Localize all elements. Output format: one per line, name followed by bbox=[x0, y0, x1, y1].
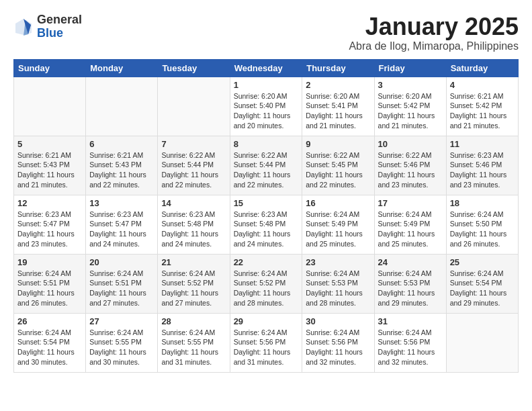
day-number: 8 bbox=[234, 139, 299, 149]
day-number: 13 bbox=[89, 198, 154, 208]
calendar-title: January 2025 bbox=[349, 13, 519, 40]
calendar-cell: 30Sunrise: 6:24 AM Sunset: 5:56 PM Dayli… bbox=[302, 313, 374, 372]
calendar-day-header: Wednesday bbox=[230, 59, 302, 77]
calendar-cell bbox=[446, 313, 518, 372]
calendar-cell: 10Sunrise: 6:22 AM Sunset: 5:46 PM Dayli… bbox=[374, 136, 446, 195]
day-number: 22 bbox=[234, 257, 299, 267]
day-number: 30 bbox=[306, 316, 370, 326]
calendar-cell: 9Sunrise: 6:22 AM Sunset: 5:45 PM Daylig… bbox=[302, 136, 374, 195]
calendar-cell: 8Sunrise: 6:22 AM Sunset: 5:44 PM Daylig… bbox=[230, 136, 302, 195]
header: General Blue January 2025 Abra de Ilog, … bbox=[13, 13, 519, 52]
day-info: Sunrise: 6:24 AM Sunset: 5:50 PM Dayligh… bbox=[450, 210, 515, 249]
day-number: 2 bbox=[306, 80, 370, 90]
calendar-cell: 25Sunrise: 6:24 AM Sunset: 5:54 PM Dayli… bbox=[446, 254, 518, 313]
calendar-day-header: Tuesday bbox=[158, 59, 230, 77]
calendar-cell: 23Sunrise: 6:24 AM Sunset: 5:53 PM Dayli… bbox=[302, 254, 374, 313]
day-info: Sunrise: 6:24 AM Sunset: 5:56 PM Dayligh… bbox=[378, 328, 443, 367]
calendar-cell: 28Sunrise: 6:24 AM Sunset: 5:55 PM Dayli… bbox=[158, 313, 230, 372]
calendar-cell: 2Sunrise: 6:20 AM Sunset: 5:41 PM Daylig… bbox=[302, 77, 374, 136]
calendar-cell: 20Sunrise: 6:24 AM Sunset: 5:51 PM Dayli… bbox=[86, 254, 158, 313]
day-number: 26 bbox=[17, 316, 82, 326]
day-info: Sunrise: 6:21 AM Sunset: 5:43 PM Dayligh… bbox=[89, 150, 154, 190]
day-number: 24 bbox=[378, 257, 443, 267]
day-info: Sunrise: 6:20 AM Sunset: 5:41 PM Dayligh… bbox=[306, 91, 370, 131]
calendar-cell: 11Sunrise: 6:23 AM Sunset: 5:46 PM Dayli… bbox=[446, 136, 518, 195]
calendar-cell: 3Sunrise: 6:20 AM Sunset: 5:42 PM Daylig… bbox=[374, 77, 446, 136]
calendar-cell: 17Sunrise: 6:24 AM Sunset: 5:49 PM Dayli… bbox=[374, 195, 446, 254]
day-info: Sunrise: 6:24 AM Sunset: 5:55 PM Dayligh… bbox=[89, 328, 154, 367]
day-info: Sunrise: 6:24 AM Sunset: 5:54 PM Dayligh… bbox=[450, 269, 515, 308]
calendar-week-row: 12Sunrise: 6:23 AM Sunset: 5:47 PM Dayli… bbox=[14, 195, 519, 254]
calendar-table: SundayMondayTuesdayWednesdayThursdayFrid… bbox=[13, 59, 519, 373]
calendar-cell: 27Sunrise: 6:24 AM Sunset: 5:55 PM Dayli… bbox=[86, 313, 158, 372]
day-number: 27 bbox=[89, 316, 154, 326]
day-info: Sunrise: 6:24 AM Sunset: 5:51 PM Dayligh… bbox=[17, 269, 82, 308]
day-info: Sunrise: 6:23 AM Sunset: 5:48 PM Dayligh… bbox=[161, 210, 226, 249]
day-info: Sunrise: 6:23 AM Sunset: 5:47 PM Dayligh… bbox=[17, 210, 82, 249]
day-info: Sunrise: 6:24 AM Sunset: 5:52 PM Dayligh… bbox=[234, 269, 299, 308]
day-info: Sunrise: 6:20 AM Sunset: 5:42 PM Dayligh… bbox=[378, 91, 443, 131]
logo-icon bbox=[13, 17, 34, 37]
calendar-cell: 5Sunrise: 6:21 AM Sunset: 5:43 PM Daylig… bbox=[14, 136, 86, 195]
calendar-subtitle: Abra de Ilog, Mimaropa, Philippines bbox=[349, 40, 519, 52]
logo: General Blue bbox=[13, 13, 82, 40]
day-number: 11 bbox=[450, 139, 515, 149]
calendar-day-header: Monday bbox=[86, 59, 158, 77]
day-number: 25 bbox=[450, 257, 515, 267]
day-info: Sunrise: 6:21 AM Sunset: 5:43 PM Dayligh… bbox=[17, 150, 82, 190]
day-info: Sunrise: 6:22 AM Sunset: 5:44 PM Dayligh… bbox=[234, 150, 299, 190]
calendar-cell: 12Sunrise: 6:23 AM Sunset: 5:47 PM Dayli… bbox=[14, 195, 86, 254]
calendar-day-header: Sunday bbox=[14, 59, 86, 77]
day-info: Sunrise: 6:24 AM Sunset: 5:56 PM Dayligh… bbox=[234, 328, 299, 367]
calendar-cell: 7Sunrise: 6:22 AM Sunset: 5:44 PM Daylig… bbox=[158, 136, 230, 195]
day-number: 3 bbox=[378, 80, 443, 90]
logo-general: General bbox=[37, 13, 82, 27]
day-number: 20 bbox=[89, 257, 154, 267]
day-info: Sunrise: 6:22 AM Sunset: 5:46 PM Dayligh… bbox=[378, 150, 443, 190]
day-info: Sunrise: 6:24 AM Sunset: 5:52 PM Dayligh… bbox=[161, 269, 226, 308]
calendar-cell: 26Sunrise: 6:24 AM Sunset: 5:54 PM Dayli… bbox=[14, 313, 86, 372]
day-number: 1 bbox=[234, 80, 299, 90]
calendar-day-header: Friday bbox=[374, 59, 446, 77]
calendar-cell: 31Sunrise: 6:24 AM Sunset: 5:56 PM Dayli… bbox=[374, 313, 446, 372]
day-number: 12 bbox=[17, 198, 82, 208]
logo-blue: Blue bbox=[37, 27, 82, 40]
calendar-cell: 22Sunrise: 6:24 AM Sunset: 5:52 PM Dayli… bbox=[230, 254, 302, 313]
calendar-week-row: 1Sunrise: 6:20 AM Sunset: 5:40 PM Daylig… bbox=[14, 77, 519, 136]
calendar-cell: 1Sunrise: 6:20 AM Sunset: 5:40 PM Daylig… bbox=[230, 77, 302, 136]
logo-text: General Blue bbox=[37, 13, 82, 40]
day-info: Sunrise: 6:24 AM Sunset: 5:54 PM Dayligh… bbox=[17, 328, 82, 367]
day-info: Sunrise: 6:23 AM Sunset: 5:48 PM Dayligh… bbox=[234, 210, 299, 249]
day-number: 23 bbox=[306, 257, 370, 267]
day-number: 4 bbox=[450, 80, 515, 90]
calendar-cell: 29Sunrise: 6:24 AM Sunset: 5:56 PM Dayli… bbox=[230, 313, 302, 372]
day-number: 28 bbox=[161, 316, 226, 326]
day-info: Sunrise: 6:24 AM Sunset: 5:53 PM Dayligh… bbox=[378, 269, 443, 308]
day-number: 21 bbox=[161, 257, 226, 267]
calendar-week-row: 26Sunrise: 6:24 AM Sunset: 5:54 PM Dayli… bbox=[14, 313, 519, 372]
calendar-cell: 18Sunrise: 6:24 AM Sunset: 5:50 PM Dayli… bbox=[446, 195, 518, 254]
calendar-cell: 15Sunrise: 6:23 AM Sunset: 5:48 PM Dayli… bbox=[230, 195, 302, 254]
day-number: 14 bbox=[161, 198, 226, 208]
calendar-cell: 6Sunrise: 6:21 AM Sunset: 5:43 PM Daylig… bbox=[86, 136, 158, 195]
calendar-cell: 19Sunrise: 6:24 AM Sunset: 5:51 PM Dayli… bbox=[14, 254, 86, 313]
calendar-week-row: 5Sunrise: 6:21 AM Sunset: 5:43 PM Daylig… bbox=[14, 136, 519, 195]
day-number: 18 bbox=[450, 198, 515, 208]
calendar-header-row: SundayMondayTuesdayWednesdayThursdayFrid… bbox=[14, 59, 519, 77]
calendar-week-row: 19Sunrise: 6:24 AM Sunset: 5:51 PM Dayli… bbox=[14, 254, 519, 313]
calendar-cell: 13Sunrise: 6:23 AM Sunset: 5:47 PM Dayli… bbox=[86, 195, 158, 254]
calendar-cell: 4Sunrise: 6:21 AM Sunset: 5:42 PM Daylig… bbox=[446, 77, 518, 136]
day-number: 15 bbox=[234, 198, 299, 208]
day-number: 19 bbox=[17, 257, 82, 267]
calendar-cell: 21Sunrise: 6:24 AM Sunset: 5:52 PM Dayli… bbox=[158, 254, 230, 313]
day-info: Sunrise: 6:24 AM Sunset: 5:51 PM Dayligh… bbox=[89, 269, 154, 308]
day-info: Sunrise: 6:20 AM Sunset: 5:40 PM Dayligh… bbox=[234, 91, 299, 131]
day-number: 7 bbox=[161, 139, 226, 149]
calendar-cell: 16Sunrise: 6:24 AM Sunset: 5:49 PM Dayli… bbox=[302, 195, 374, 254]
calendar-day-header: Thursday bbox=[302, 59, 374, 77]
calendar-cell bbox=[158, 77, 230, 136]
day-info: Sunrise: 6:24 AM Sunset: 5:53 PM Dayligh… bbox=[306, 269, 370, 308]
calendar-cell: 14Sunrise: 6:23 AM Sunset: 5:48 PM Dayli… bbox=[158, 195, 230, 254]
day-number: 6 bbox=[89, 139, 154, 149]
day-info: Sunrise: 6:24 AM Sunset: 5:55 PM Dayligh… bbox=[161, 328, 226, 367]
